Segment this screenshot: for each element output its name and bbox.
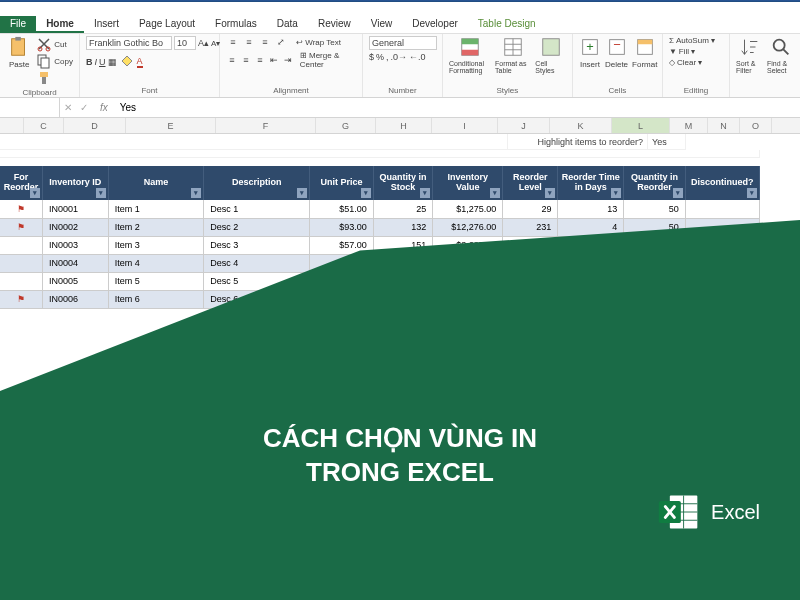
- fill-button[interactable]: ▼ Fill ▾: [669, 47, 695, 56]
- conditional-formatting-button[interactable]: Conditional Formatting: [449, 36, 491, 74]
- cell[interactable]: ⚑: [0, 290, 42, 308]
- table-row[interactable]: ⚑IN0001Item 1Desc 1$51.0025$1,275.002913…: [0, 200, 760, 218]
- cell[interactable]: 13: [558, 200, 624, 218]
- col-header-G[interactable]: G: [316, 118, 376, 133]
- align-center-button[interactable]: ≡: [240, 54, 252, 66]
- cell[interactable]: [685, 200, 759, 218]
- tab-table-design[interactable]: Table Design: [468, 16, 546, 33]
- col-header-corner[interactable]: [0, 118, 24, 133]
- font-color-button[interactable]: A: [137, 56, 143, 68]
- cell[interactable]: Desc 1: [204, 200, 310, 218]
- col-header-J[interactable]: J: [498, 118, 550, 133]
- tab-home[interactable]: Home: [36, 16, 84, 33]
- col-unit-price[interactable]: Unit Price: [310, 166, 374, 200]
- format-cells-button[interactable]: Format: [632, 36, 657, 69]
- col-header-D[interactable]: D: [64, 118, 126, 133]
- align-left-button[interactable]: ≡: [226, 54, 238, 66]
- col-header-H[interactable]: H: [376, 118, 432, 133]
- border-button[interactable]: ▦: [108, 57, 117, 67]
- tab-insert[interactable]: Insert: [84, 16, 129, 33]
- col-for-reorder[interactable]: For Reorder: [0, 166, 42, 200]
- cell[interactable]: $12,276.00: [433, 218, 503, 236]
- cell[interactable]: IN0006: [42, 290, 108, 308]
- tab-developer[interactable]: Developer: [402, 16, 468, 33]
- col-header-N[interactable]: N: [708, 118, 740, 133]
- format-painter-button[interactable]: [36, 70, 73, 86]
- cell[interactable]: IN0002: [42, 218, 108, 236]
- currency-button[interactable]: $: [369, 52, 374, 62]
- cell[interactable]: IN0004: [42, 254, 108, 272]
- col-reorder-level[interactable]: Reorder Level: [503, 166, 558, 200]
- increase-decimal-button[interactable]: .0→: [390, 52, 407, 62]
- cell[interactable]: IN0003: [42, 236, 108, 254]
- col-quantity-in-reorder[interactable]: Quantity in Reorder: [624, 166, 686, 200]
- bold-button[interactable]: B: [86, 57, 93, 67]
- font-size-dropdown[interactable]: 10: [174, 36, 196, 50]
- shrink-font-button[interactable]: A▾: [211, 39, 220, 48]
- merge-center-button[interactable]: ⊞ Merge & Center: [300, 51, 356, 69]
- percent-button[interactable]: %: [376, 52, 384, 62]
- cell[interactable]: $93.00: [310, 218, 374, 236]
- name-box[interactable]: [0, 98, 60, 117]
- cell[interactable]: 132: [373, 218, 432, 236]
- format-as-table-button[interactable]: Format as Table: [495, 36, 531, 74]
- col-header-F[interactable]: F: [216, 118, 316, 133]
- cell[interactable]: ⚑: [0, 218, 42, 236]
- clear-button[interactable]: ◇ Clear ▾: [669, 58, 702, 67]
- find-select-button[interactable]: Find & Select: [767, 36, 794, 74]
- cell[interactable]: Item 4: [108, 254, 203, 272]
- copy-button[interactable]: Copy: [36, 53, 73, 69]
- cell[interactable]: $51.00: [310, 200, 374, 218]
- fx-ok-button[interactable]: ✓: [76, 102, 92, 113]
- number-format-dropdown[interactable]: General: [369, 36, 437, 50]
- delete-cells-button[interactable]: −Delete: [605, 36, 628, 69]
- comma-button[interactable]: ,: [386, 52, 389, 62]
- cell[interactable]: Desc 3: [204, 236, 310, 254]
- decrease-decimal-button[interactable]: ←.0: [409, 52, 426, 62]
- cell[interactable]: 50: [624, 200, 686, 218]
- cell[interactable]: 231: [503, 218, 558, 236]
- tab-view[interactable]: View: [361, 16, 403, 33]
- col-header-C[interactable]: C: [24, 118, 64, 133]
- col-description[interactable]: Description: [204, 166, 310, 200]
- fx-cancel-button[interactable]: ✕: [60, 102, 76, 113]
- col-discontinued-[interactable]: Discontinued?: [685, 166, 759, 200]
- cell[interactable]: 25: [373, 200, 432, 218]
- col-quantity-in-stock[interactable]: Quantity in Stock: [373, 166, 432, 200]
- cell[interactable]: ⚑: [0, 200, 42, 218]
- tab-review[interactable]: Review: [308, 16, 361, 33]
- cut-button[interactable]: Cut: [36, 36, 73, 52]
- tab-formulas[interactable]: Formulas: [205, 16, 267, 33]
- align-top-button[interactable]: ≡: [226, 36, 240, 48]
- align-bottom-button[interactable]: ≡: [258, 36, 272, 48]
- cell[interactable]: 29: [503, 200, 558, 218]
- font-name-dropdown[interactable]: Franklin Gothic Bo: [86, 36, 172, 50]
- cell[interactable]: Desc 2: [204, 218, 310, 236]
- col-inventory-value[interactable]: Inventory Value: [433, 166, 503, 200]
- highlight-value[interactable]: Yes: [648, 134, 686, 150]
- col-header-L[interactable]: L: [612, 118, 670, 133]
- align-right-button[interactable]: ≡: [254, 54, 266, 66]
- col-header-K[interactable]: K: [550, 118, 612, 133]
- col-header-O[interactable]: O: [740, 118, 772, 133]
- col-header-E[interactable]: E: [126, 118, 216, 133]
- formula-input[interactable]: Yes: [116, 102, 140, 113]
- col-inventory-id[interactable]: Inventory ID: [42, 166, 108, 200]
- insert-cells-button[interactable]: +Insert: [579, 36, 601, 69]
- tab-page-layout[interactable]: Page Layout: [129, 16, 205, 33]
- wrap-text-button[interactable]: ↩ Wrap Text: [296, 38, 341, 47]
- cell[interactable]: Item 3: [108, 236, 203, 254]
- col-header-M[interactable]: M: [670, 118, 708, 133]
- cell[interactable]: [0, 254, 42, 272]
- cell-styles-button[interactable]: Cell Styles: [535, 36, 566, 74]
- col-header-I[interactable]: I: [432, 118, 498, 133]
- fx-icon[interactable]: fx: [92, 102, 116, 113]
- cell[interactable]: Item 2: [108, 218, 203, 236]
- tab-file[interactable]: File: [0, 16, 36, 33]
- indent-left-button[interactable]: ⇤: [268, 54, 280, 66]
- cell[interactable]: IN0005: [42, 272, 108, 290]
- orientation-button[interactable]: ⤢: [274, 36, 288, 48]
- cell[interactable]: Desc 4: [204, 254, 310, 272]
- autosum-button[interactable]: Σ AutoSum ▾: [669, 36, 715, 45]
- grow-font-button[interactable]: A▴: [198, 38, 209, 48]
